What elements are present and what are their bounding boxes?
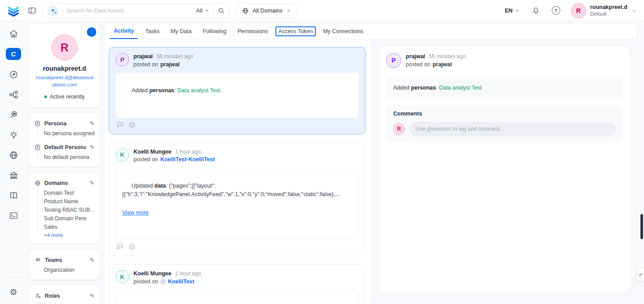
edit-roles-icon[interactable]: ✎	[90, 292, 94, 299]
domain-item[interactable]: Testing RBAC SUB ...	[44, 206, 94, 214]
team-item[interactable]: Organization	[44, 265, 94, 274]
post-time: 56 minutes ago	[157, 53, 193, 60]
domain-item[interactable]: Sub Domain Pere	[44, 214, 94, 223]
roles-icon	[34, 292, 41, 299]
feed-post[interactable]: K Koelli Mungee 1 hour ago posted on Koe…	[109, 264, 365, 304]
posted-on-label: posted on	[133, 61, 158, 69]
comment-input[interactable]	[409, 122, 616, 136]
explore-compass-icon[interactable]	[8, 69, 19, 80]
chevron-down-icon	[631, 8, 637, 13]
developer-terminal-icon[interactable]	[8, 210, 19, 221]
detail-author-avatar: P	[386, 53, 401, 68]
notifications-bell-icon[interactable]	[532, 6, 540, 15]
tab-my-connections[interactable]: My Connections	[319, 24, 367, 39]
user-avatar[interactable]: R	[571, 3, 586, 18]
post-author[interactable]: prajwal	[133, 53, 153, 60]
domain-item[interactable]: Product Name	[44, 197, 94, 206]
domains-card: Domains ✎ Domain TestProduct NameTesting…	[29, 172, 100, 244]
add-reaction-icon[interactable]	[129, 121, 136, 128]
profile-kebab-menu-icon[interactable]: ⋮	[87, 27, 96, 37]
all-domains-button[interactable]: All Domains	[236, 3, 297, 18]
globe-icon	[242, 7, 249, 14]
post-avatar: K	[116, 148, 129, 162]
main-content-panel: ActivityTasksMy DataFollowingPermissions…	[104, 23, 637, 304]
post-target[interactable]: KoelliTest	[168, 278, 194, 286]
global-search-bar[interactable]: ✦✦ All	[43, 3, 230, 18]
language-dropdown[interactable]: EN	[505, 8, 519, 14]
tab-following[interactable]: Following	[199, 24, 231, 39]
tab-tasks[interactable]: Tasks	[141, 24, 163, 39]
post-time: 1 hour ago	[175, 149, 201, 155]
persona-card: Persona ✎ No persona assigned Default Pe…	[29, 112, 100, 167]
tab-permissions[interactable]: Permissions	[233, 24, 272, 39]
domains-more-link[interactable]: +4 more	[44, 231, 94, 238]
lineage-graph-icon[interactable]	[8, 89, 19, 100]
search-scope-label: All	[196, 8, 202, 14]
profile-avatar: R	[52, 34, 77, 60]
reply-comment-icon[interactable]	[116, 243, 124, 250]
add-reaction-icon[interactable]	[129, 243, 136, 250]
openmetadata-logo-icon[interactable]	[5, 3, 21, 19]
post-message: Added personas: Data analyst Test	[132, 87, 220, 94]
panel-resize-handle[interactable]	[636, 268, 644, 281]
tab-activity[interactable]: Activity	[110, 24, 138, 39]
edit-persona-icon[interactable]: ✎	[90, 120, 94, 127]
profile-status: Active recently	[34, 94, 94, 100]
user-profile-menu[interactable]: R rounakpreet.d Default	[571, 3, 637, 18]
reply-comment-icon[interactable]	[116, 121, 124, 128]
roles-list: Admin	[38, 301, 94, 304]
settings-gear-icon[interactable]: ⚙	[8, 286, 19, 298]
comments-section: Comments R	[386, 105, 623, 142]
persona-badge-icon	[34, 120, 41, 127]
persona-title: Persona	[44, 120, 86, 127]
left-nav-rail: C ⚙	[0, 21, 27, 304]
home-icon[interactable]	[8, 28, 19, 39]
domain-item[interactable]: Sales	[44, 223, 94, 231]
user-profile-sidebar: ⋮ R rounakpreet.d rounakpreet.d@deuexsol…	[29, 23, 100, 304]
teams-card: Teams ✎ Organization	[29, 249, 100, 280]
detail-author[interactable]: prajwal	[406, 53, 425, 60]
edit-default-persona-icon[interactable]: ✎	[90, 144, 94, 150]
view-more-link[interactable]: View more	[122, 209, 352, 217]
language-label: EN	[505, 8, 512, 14]
posted-on-label: posted on	[133, 156, 158, 164]
domain-item[interactable]: Domain Test	[44, 188, 94, 197]
collate-ai-icon[interactable]: C	[6, 48, 21, 60]
post-author[interactable]: Koelli Mungee	[133, 149, 172, 155]
edit-teams-icon[interactable]: ✎	[90, 257, 94, 263]
glossary-book-icon[interactable]	[8, 189, 19, 201]
chevron-down-icon	[515, 8, 520, 13]
feed-post[interactable]: P prajwal 56 minutes ago posted on prajw…	[109, 47, 365, 134]
insights-bulb-icon[interactable]	[8, 129, 19, 141]
domains-list: Domain TestProduct NameTesting RBAC SUB …	[38, 188, 94, 231]
profile-email-link[interactable]: rounakpreet.d@deuexsolutions.com	[34, 74, 94, 88]
govern-bank-icon[interactable]	[8, 169, 19, 181]
thread-detail-card: P prajwal 56 minutes ago posted on prajw…	[378, 46, 631, 292]
tab-my-data[interactable]: My Data	[167, 24, 196, 39]
ai-sparkle-icon[interactable]: ✦✦	[47, 5, 58, 16]
search-icon[interactable]	[218, 7, 225, 14]
help-icon[interactable]: ?	[552, 6, 560, 15]
activity-feed: P prajwal 56 minutes ago posted on prajw…	[104, 39, 372, 304]
observability-search-icon[interactable]	[8, 109, 19, 120]
post-target[interactable]: prajwal	[160, 61, 180, 69]
collapse-sidebar-icon[interactable]	[28, 6, 36, 15]
detail-posted-on-label: posted on	[406, 61, 430, 69]
comments-title: Comments	[393, 111, 616, 117]
detail-target[interactable]: prajwal	[433, 61, 452, 69]
vertical-scrollbar[interactable]	[640, 214, 643, 239]
detail-time: 56 minutes ago	[429, 53, 466, 60]
post-author[interactable]: Koelli Mungee	[133, 270, 172, 277]
teams-icon	[34, 257, 41, 263]
feed-post[interactable]: K Koelli Mungee 1 hour ago posted on Koe…	[109, 142, 365, 257]
search-input[interactable]	[67, 8, 192, 14]
search-scope-dropdown[interactable]: All	[196, 8, 209, 14]
edit-domains-icon[interactable]: ✎	[90, 180, 94, 186]
rail-divider	[5, 277, 22, 278]
role-item[interactable]: Admin	[44, 301, 94, 304]
chevron-down-icon	[204, 8, 209, 13]
domains-globe-icon[interactable]	[8, 149, 19, 161]
post-target[interactable]: KoelliTest-KoelliTest	[160, 156, 215, 164]
tab-access-token[interactable]: Access Token	[275, 26, 316, 36]
persona-empty-text: No persona assigned	[44, 129, 94, 137]
